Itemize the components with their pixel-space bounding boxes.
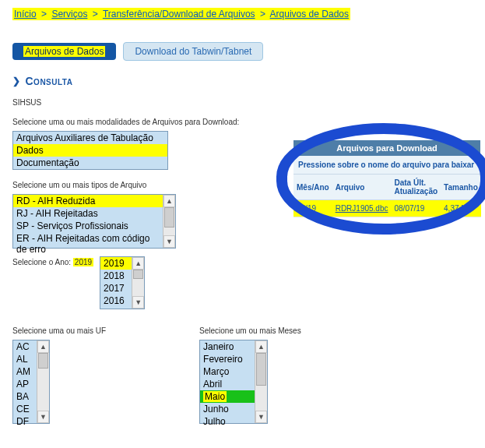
listbox-mes[interactable]: Janeiro Fevereiro Março Abril Maio Junho…	[199, 340, 268, 424]
list-item[interactable]: Março	[200, 365, 255, 378]
breadcrumb-sep: >	[39, 9, 49, 19]
download-table: Mês/Ano Arquivo Data Últ. Atualização Ta…	[293, 175, 481, 217]
table-row: 05/19 RDRJ1905.dbc 08/07/19 4,37 MB	[293, 200, 481, 217]
listbox-tipo[interactable]: RD - AIH Reduzida RJ - AIH Rejeitadas SP…	[12, 194, 176, 249]
list-item[interactable]: ER - AIH Rejeitadas com código de erro	[13, 232, 163, 256]
download-panel: Arquivos para Download Pressione sobre o…	[293, 140, 480, 217]
scroll-thumb[interactable]	[133, 270, 143, 279]
col-tamanho: Tamanho	[441, 175, 481, 200]
list-item[interactable]: AM	[13, 365, 37, 378]
list-item[interactable]: AL	[13, 353, 37, 365]
label-uf: Selecione uma ou mais UF	[12, 326, 106, 335]
list-item[interactable]: Julho	[200, 415, 255, 428]
list-item[interactable]: 2018	[100, 270, 132, 282]
list-item[interactable]: BA	[13, 390, 37, 403]
download-header: Arquivos para Download	[293, 140, 480, 156]
scroll-thumb[interactable]	[164, 207, 174, 228]
cell-tamanho: 4,37 MB	[441, 200, 481, 217]
scroll-up-icon[interactable]: ▲	[255, 340, 267, 353]
listbox-uf[interactable]: AC AL AM AP BA CE DF ▲ ▼	[12, 340, 50, 424]
tabs: Arquivos de Dados Download do Tabwin/Tab…	[12, 42, 473, 61]
list-item[interactable]: Dados	[13, 144, 167, 157]
scrollbar[interactable]: ▲ ▼	[163, 195, 175, 248]
selected-year-echo: 2019	[73, 258, 93, 266]
list-item[interactable]: Janeiro	[200, 340, 255, 353]
list-item[interactable]: Fevereiro	[200, 353, 255, 365]
listbox-ano[interactable]: 2019 2018 2017 2016 ▲ ▼	[100, 256, 145, 309]
list-item[interactable]: Abril	[200, 378, 255, 390]
scroll-thumb[interactable]	[256, 353, 266, 386]
tab-arquivos-dados[interactable]: Arquivos de Dados	[12, 43, 116, 60]
list-item[interactable]: DF	[13, 415, 37, 428]
col-mes-ano: Mês/Ano	[293, 175, 332, 200]
cell-data: 08/07/19	[391, 200, 441, 217]
list-item[interactable]: RD - AIH Reduzida	[13, 195, 163, 207]
breadcrumb-servicos[interactable]: Serviços	[51, 9, 87, 19]
tab-label: Arquivos de Dados	[23, 46, 105, 57]
table-header-row: Mês/Ano Arquivo Data Últ. Atualização Ta…	[293, 175, 481, 200]
list-item[interactable]: AC	[13, 340, 37, 353]
scroll-thumb[interactable]	[38, 353, 48, 369]
label-mes: Selecione um ou mais Meses	[199, 326, 301, 335]
scrollbar[interactable]: ▲ ▼	[255, 340, 267, 423]
list-item[interactable]: CE	[13, 403, 37, 415]
scroll-up-icon[interactable]: ▲	[132, 257, 144, 270]
breadcrumb-transferencia[interactable]: Transferência/Download de Arquivos	[103, 9, 255, 19]
list-item[interactable]: AP	[13, 378, 37, 390]
list-item[interactable]: 2019	[100, 257, 132, 270]
col-data: Data Últ. Atualização	[391, 175, 441, 200]
breadcrumb-sep: >	[258, 9, 268, 19]
col-arquivo: Arquivo	[332, 175, 392, 200]
download-hint: Pressione sobre o nome do arquivo para b…	[293, 156, 480, 175]
scrollbar[interactable]: ▲ ▼	[37, 340, 49, 423]
label-ano: Selecione o Ano: 2019	[12, 256, 93, 266]
system-name: SIHSUS	[12, 98, 473, 107]
breadcrumb-inicio[interactable]: Início	[14, 9, 37, 19]
breadcrumb-arquivos-dados[interactable]: Arquivos de Dados	[270, 9, 349, 19]
label-modalidade: Selecione uma ou mais modalidades de Arq…	[12, 118, 473, 126]
scroll-down-icon[interactable]: ▼	[163, 235, 175, 248]
breadcrumb-sep: >	[90, 9, 100, 19]
list-item[interactable]: Junho	[200, 403, 255, 415]
cell-arquivo: RDRJ1905.dbc	[332, 200, 392, 217]
list-item[interactable]: Maio	[200, 390, 255, 403]
list-item[interactable]: SP - Serviços Profissionais	[13, 220, 163, 232]
scroll-down-icon[interactable]: ▼	[255, 411, 267, 423]
scrollbar[interactable]: ▲ ▼	[132, 257, 144, 309]
list-item[interactable]: Arquivos Auxiliares de Tabulação	[13, 132, 167, 144]
scroll-down-icon[interactable]: ▼	[132, 296, 144, 309]
download-file-link[interactable]: RDRJ1905.dbc	[336, 204, 388, 213]
consulta-title: Consulta	[26, 75, 73, 87]
list-item[interactable]: RJ - AIH Rejeitadas	[13, 207, 163, 220]
scroll-up-icon[interactable]: ▲	[163, 195, 175, 207]
scroll-up-icon[interactable]: ▲	[37, 340, 49, 353]
list-item[interactable]: 2016	[100, 295, 132, 307]
chevron-right-icon: ❯	[12, 76, 21, 86]
consulta-heading: ❯ Consulta	[12, 75, 473, 87]
breadcrumb: Início > Serviços > Transferência/Downlo…	[12, 8, 350, 20]
listbox-modalidade[interactable]: Arquivos Auxiliares de Tabulação Dados D…	[12, 131, 168, 170]
tab-download-tabwin[interactable]: Download do Tabwin/Tabnet	[123, 42, 263, 61]
list-item[interactable]: 2017	[100, 282, 132, 295]
scroll-down-icon[interactable]: ▼	[37, 411, 49, 423]
cell-mes-ano: 05/19	[293, 200, 332, 217]
list-item[interactable]: Documentação	[13, 157, 167, 169]
